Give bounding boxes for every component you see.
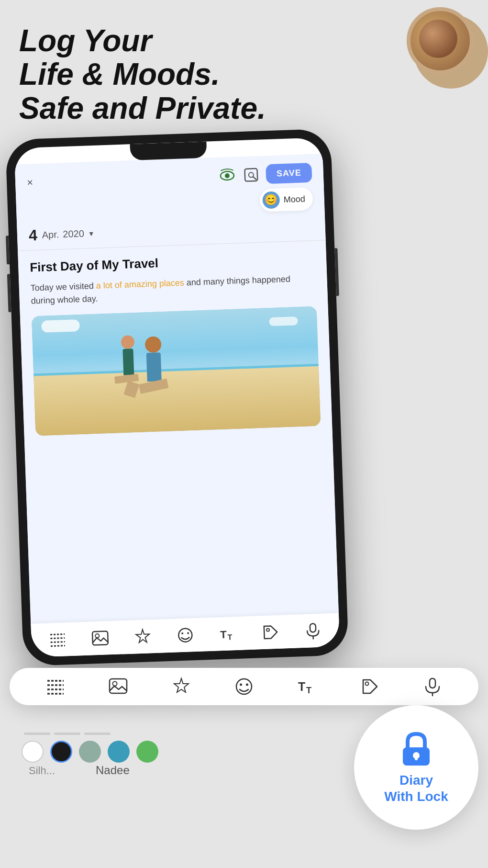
headline-text: Log Your Life & Moods. Safe and Private.	[19, 24, 266, 125]
svg-text:T: T	[306, 686, 311, 695]
microphone-icon[interactable]	[304, 621, 322, 640]
image-icon[interactable]	[91, 629, 110, 647]
date-day: 4	[28, 226, 37, 245]
silhouette-label: Silh...	[29, 765, 55, 777]
leaf-eye-icon[interactable]	[218, 166, 237, 185]
emoji-icon[interactable]	[176, 626, 195, 644]
svg-point-17	[266, 629, 269, 631]
svg-point-12	[178, 628, 192, 642]
svg-rect-33	[430, 678, 435, 688]
entry-content: First Day of My Travel Today we visited …	[18, 240, 333, 446]
entry-title: First Day of My Travel	[30, 250, 315, 275]
mood-pill[interactable]: 😊 Mood	[259, 187, 313, 212]
svg-point-1	[225, 173, 230, 178]
svg-line-5	[50, 634, 65, 635]
texture-icon[interactable]	[48, 630, 67, 649]
star-icon[interactable]	[133, 627, 152, 646]
svg-point-32	[365, 682, 368, 686]
svg-point-28	[240, 684, 242, 686]
date-month: Apr.	[42, 229, 59, 240]
name-label: Nadee	[96, 764, 130, 777]
lock-icon	[397, 730, 435, 768]
svg-rect-18	[310, 623, 316, 632]
notch	[130, 142, 207, 161]
svg-text:T: T	[227, 633, 233, 641]
body-highlight: a lot of amazing places	[96, 278, 184, 290]
floating-image-icon[interactable]	[108, 676, 128, 697]
svg-text:T: T	[220, 629, 227, 641]
floating-texture-icon[interactable]	[45, 676, 66, 697]
svg-point-29	[246, 684, 248, 686]
tag-icon[interactable]	[261, 623, 280, 642]
phone-frame: × SAVE	[5, 128, 349, 666]
clouds2	[269, 316, 298, 326]
headline-section: Log Your Life & Moods. Safe and Private.	[19, 24, 266, 125]
color-green[interactable]	[136, 741, 158, 763]
mood-emoji: 😊	[262, 191, 280, 209]
svg-point-25	[113, 682, 117, 686]
clouds	[41, 319, 80, 333]
phone-toolbar: T T	[31, 613, 340, 657]
svg-point-13	[181, 632, 183, 634]
floating-star-icon[interactable]	[171, 676, 191, 697]
line1	[24, 733, 50, 735]
body-pre: Today we visited	[30, 281, 96, 293]
date-year: 2020	[63, 228, 84, 240]
floating-mic-icon[interactable]	[422, 676, 443, 697]
svg-rect-24	[110, 679, 127, 693]
floating-text-icon[interactable]: T T	[297, 676, 317, 697]
top-icons: SAVE	[218, 163, 312, 186]
sand	[33, 366, 321, 436]
color-teal[interactable]	[108, 741, 130, 763]
svg-rect-9	[92, 631, 108, 645]
couple-silhouette	[118, 334, 168, 397]
volume-up-button	[6, 236, 10, 264]
close-button[interactable]: ×	[27, 176, 33, 189]
coffee-cup	[407, 7, 483, 84]
color-white[interactable]	[22, 741, 44, 763]
floating-toolbar: T T	[10, 668, 478, 705]
mood-label: Mood	[283, 194, 305, 205]
template-icon[interactable]	[243, 166, 260, 183]
beach-photo	[32, 306, 321, 436]
floating-tag-icon[interactable]	[360, 676, 380, 697]
lock-title: Diary With Lock	[384, 772, 448, 804]
svg-point-10	[95, 634, 99, 638]
svg-rect-37	[415, 755, 418, 760]
text-format-icon[interactable]: T T	[219, 624, 237, 643]
color-sage[interactable]	[79, 741, 101, 763]
color-black[interactable]	[50, 741, 72, 763]
svg-line-4	[253, 176, 256, 179]
entry-body: Today we visited a lot of amazing places…	[30, 272, 316, 308]
svg-marker-26	[174, 678, 189, 692]
svg-line-6	[50, 638, 65, 639]
svg-text:T: T	[298, 680, 305, 693]
screen-content: × SAVE	[15, 154, 340, 657]
svg-marker-11	[136, 629, 150, 643]
phone-screen: × SAVE	[14, 137, 340, 657]
svg-point-14	[187, 632, 189, 634]
save-button[interactable]: SAVE	[266, 163, 312, 184]
svg-line-8	[51, 645, 65, 646]
svg-line-7	[50, 642, 65, 643]
date-dropdown-icon[interactable]: ▼	[88, 229, 95, 237]
lock-badge: Diary With Lock	[354, 705, 478, 830]
floating-emoji-icon[interactable]	[234, 676, 254, 697]
line2	[54, 733, 80, 735]
line3	[84, 733, 111, 735]
